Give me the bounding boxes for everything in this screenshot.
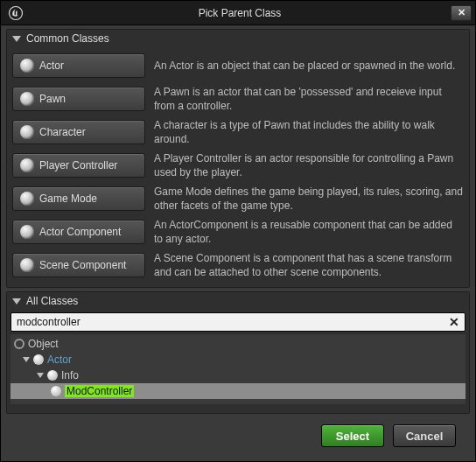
close-icon: ✕ <box>449 315 459 329</box>
class-button-game-mode[interactable]: Game Mode <box>12 186 145 211</box>
class-row-player-controller: Player Controller A Player Controller is… <box>12 150 464 180</box>
select-button[interactable]: Select <box>321 424 384 447</box>
character-icon <box>20 125 34 139</box>
class-label: Player Controller <box>39 159 117 172</box>
class-ball-icon <box>47 370 58 381</box>
class-label: Scene Component <box>39 259 126 271</box>
tree-item-modcontroller[interactable]: ModController <box>10 383 466 399</box>
common-classes-header[interactable]: Common Classes <box>7 30 469 47</box>
class-label: Game Mode <box>39 192 97 205</box>
class-row-game-mode: Game Mode Game Mode defines the game bei… <box>12 184 464 214</box>
tree-item-info[interactable]: Info <box>10 368 466 383</box>
class-description: A Pawn is an actor that can be 'possesse… <box>154 85 464 113</box>
class-button-actor[interactable]: Actor <box>12 53 145 78</box>
pick-parent-class-dialog: Pick Parent Class ✕ Common Classes Actor… <box>0 0 476 462</box>
actor-icon <box>20 59 34 73</box>
close-button[interactable]: ✕ <box>451 5 472 21</box>
common-classes-list: Actor An Actor is an object that can be … <box>7 47 469 287</box>
collapse-icon <box>12 36 21 42</box>
class-row-actor: Actor An Actor is an object that can be … <box>12 51 464 80</box>
clear-search-button[interactable]: ✕ <box>446 314 462 330</box>
class-row-scene-component: Scene Component A Scene Component is a c… <box>12 250 464 280</box>
player-controller-icon <box>20 158 34 172</box>
class-button-actor-component[interactable]: Actor Component <box>12 220 145 244</box>
titlebar: Pick Parent Class ✕ <box>1 1 475 25</box>
actor-component-icon <box>20 225 34 239</box>
all-classes-header[interactable]: All Classes <box>7 292 469 310</box>
class-row-pawn: Pawn A Pawn is an actor that can be 'pos… <box>12 84 464 114</box>
common-classes-title: Common Classes <box>26 32 109 45</box>
class-row-actor-component: Actor Component An ActorComponent is a r… <box>12 217 464 247</box>
pawn-icon <box>20 92 34 106</box>
class-ball-icon <box>51 386 61 396</box>
class-tree: Object Actor Info ModController <box>10 333 466 404</box>
all-classes-section: All Classes ✕ Object <box>6 291 470 414</box>
game-mode-icon <box>20 192 34 206</box>
class-label: Character <box>39 126 86 138</box>
tree-item-object[interactable]: Object <box>10 336 466 352</box>
class-label: Actor <box>39 60 64 72</box>
button-label: Select <box>336 430 369 443</box>
class-button-pawn[interactable]: Pawn <box>12 87 145 111</box>
expand-icon <box>23 357 30 362</box>
tree-item-actor[interactable]: Actor <box>10 352 466 368</box>
class-description: Game Mode defines the game being played,… <box>154 185 464 213</box>
tree-label: ModController <box>65 385 134 397</box>
class-description: An Actor is an object that can be placed… <box>154 59 464 73</box>
tree-label: Object <box>28 338 59 350</box>
class-label: Pawn <box>39 93 66 105</box>
tree-label: Actor <box>47 354 72 366</box>
dialog-footer: Select Cancel <box>6 417 470 456</box>
class-description: A Player Controller is an actor responsi… <box>154 151 464 179</box>
collapse-icon <box>12 298 21 304</box>
cancel-button[interactable]: Cancel <box>393 424 456 447</box>
class-description: A Scene Component is a component that ha… <box>154 251 464 279</box>
expand-icon <box>37 373 44 378</box>
class-button-scene-component[interactable]: Scene Component <box>12 253 145 277</box>
class-description: An ActorComponent is a reusable componen… <box>154 218 464 246</box>
class-label: Actor Component <box>39 226 121 238</box>
all-classes-title: All Classes <box>26 295 78 307</box>
class-button-player-controller[interactable]: Player Controller <box>12 153 145 178</box>
search-wrap: ✕ <box>10 312 466 332</box>
class-button-character[interactable]: Character <box>12 120 145 144</box>
class-row-character: Character A character is a type of Pawn … <box>12 117 464 147</box>
window-title: Pick Parent Class <box>29 7 451 19</box>
class-search-input[interactable] <box>10 312 466 332</box>
button-label: Cancel <box>406 430 444 443</box>
class-ball-icon <box>33 354 44 365</box>
class-description: A character is a type of Pawn that inclu… <box>154 118 464 146</box>
common-classes-section: Common Classes Actor An Actor is an obje… <box>6 29 470 288</box>
ring-icon <box>14 339 24 349</box>
tree-label: Info <box>61 369 79 382</box>
scene-component-icon <box>20 258 34 272</box>
unreal-logo-icon <box>6 4 25 23</box>
close-icon: ✕ <box>458 7 466 18</box>
